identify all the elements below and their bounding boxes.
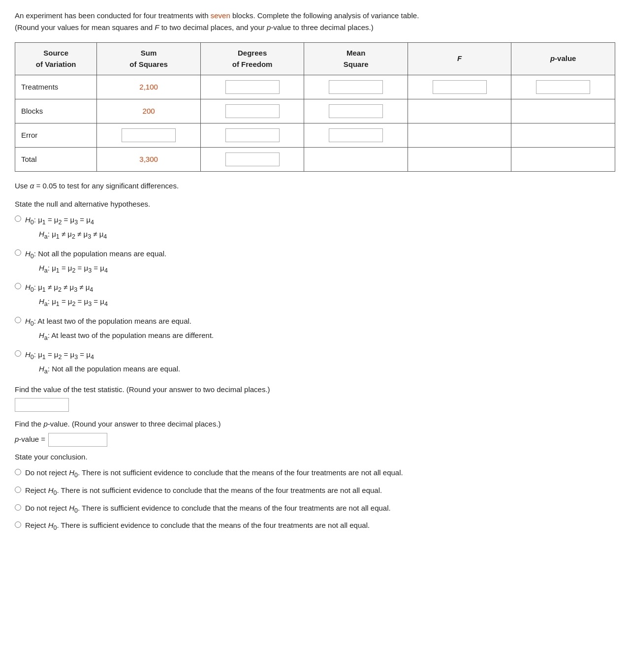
pvalue-row: p-value =	[15, 433, 615, 447]
hypothesis-option-1: H0: μ1 = μ2 = μ3 = μ4 Ha: μ1 ≠ μ2 ≠ μ3 ≠…	[15, 214, 615, 243]
pval-total-cell	[511, 148, 615, 172]
pval-treatments-input[interactable]	[536, 80, 590, 94]
mean-sq-treatments-cell	[304, 75, 408, 99]
sum-sq-error-cell	[97, 123, 201, 148]
mean-sq-error-cell	[304, 123, 408, 148]
hypothesis-text-5: H0: μ1 = μ2 = μ3 = μ4 Ha: Not all the po…	[25, 348, 180, 377]
table-row-total: Total 3,300	[15, 148, 615, 172]
conclusion-title: State your conclusion.	[15, 452, 615, 463]
hypothesis-text-3: H0: μ1 ≠ μ2 ≠ μ3 ≠ μ4 Ha: μ1 = μ2 = μ3 =…	[25, 281, 108, 310]
col-header-sum-sq: Sumof Squares	[97, 43, 201, 75]
anova-table: Sourceof Variation Sumof Squares Degrees…	[15, 42, 615, 172]
col-header-df: Degreesof Freedom	[200, 43, 304, 75]
hypothesis-option-4: H0: At least two of the population means…	[15, 315, 615, 344]
hypothesis-radio-1[interactable]	[15, 215, 21, 222]
f-error-cell	[408, 123, 511, 148]
intro-paragraph: An experiment has been conducted for fou…	[15, 10, 615, 33]
label-error: Error	[15, 123, 97, 148]
hypothesis-radio-3[interactable]	[15, 283, 21, 289]
mean-sq-blocks-cell	[304, 99, 408, 123]
pval-blocks-cell	[511, 99, 615, 123]
df-blocks-cell	[200, 99, 304, 123]
f-treatments-cell	[408, 75, 511, 99]
hypotheses-title: State the null and alternative hypothese…	[15, 199, 615, 210]
table-row-blocks: Blocks 200	[15, 99, 615, 123]
f-blocks-cell	[408, 99, 511, 123]
hypothesis-text-2: H0: Not all the population means are equ…	[25, 247, 166, 276]
f-treatments-input[interactable]	[433, 80, 487, 94]
conclusion-option-4: Reject H0. There is sufficient evidence …	[15, 520, 615, 533]
df-treatments-input[interactable]	[225, 80, 280, 94]
label-total: Total	[15, 148, 97, 172]
pvalue-prefix-label: p-value =	[15, 434, 45, 445]
mean-sq-error-input[interactable]	[329, 128, 383, 142]
df-total-cell	[200, 148, 304, 172]
mean-sq-treatments-input[interactable]	[329, 80, 383, 94]
f-total-cell	[408, 148, 511, 172]
conclusion-radio-2[interactable]	[15, 487, 21, 493]
intro-rounding-note: (Round your values for mean squares and …	[15, 23, 374, 31]
df-error-cell	[200, 123, 304, 148]
hypothesis-radio-5[interactable]	[15, 350, 21, 357]
hypothesis-option-2: H0: Not all the population means are equ…	[15, 247, 615, 276]
df-error-input[interactable]	[225, 128, 280, 142]
label-blocks: Blocks	[15, 99, 97, 123]
df-treatments-cell	[200, 75, 304, 99]
intro-text-before: An experiment has been conducted for fou…	[15, 11, 211, 20]
pval-error-cell	[511, 123, 615, 148]
hypothesis-radio-2[interactable]	[15, 249, 21, 256]
pval-treatments-cell	[511, 75, 615, 99]
find-pvalue-label: Find the p-value. (Round your answer to …	[15, 419, 615, 430]
hypothesis-radio-4[interactable]	[15, 317, 21, 323]
conclusion-option-2: Reject H0. There is not sufficient evide…	[15, 485, 615, 498]
col-header-pvalue: p-value	[511, 43, 615, 75]
test-statistic-input[interactable]	[15, 398, 69, 412]
df-blocks-input[interactable]	[225, 104, 280, 118]
df-total-input[interactable]	[225, 153, 280, 166]
pvalue-input[interactable]	[48, 433, 107, 447]
label-treatments: Treatments	[15, 75, 97, 99]
sum-sq-error-input[interactable]	[122, 128, 176, 142]
col-header-mean-sq: MeanSquare	[304, 43, 408, 75]
mean-sq-total-cell	[304, 148, 408, 172]
sum-sq-blocks: 200	[97, 99, 201, 123]
col-header-f: F	[408, 43, 511, 75]
table-row-error: Error	[15, 123, 615, 148]
alpha-statement: Use α = 0.05 to test for any significant…	[15, 181, 615, 192]
table-row-treatments: Treatments 2,100	[15, 75, 615, 99]
conclusion-radio-1[interactable]	[15, 469, 21, 475]
sum-sq-total: 3,300	[97, 148, 201, 172]
hypothesis-option-5: H0: μ1 = μ2 = μ3 = μ4 Ha: Not all the po…	[15, 348, 615, 377]
mean-sq-blocks-input[interactable]	[329, 104, 383, 118]
conclusion-radio-4[interactable]	[15, 521, 21, 528]
conclusion-option-1: Do not reject H0. There is not sufficien…	[15, 467, 615, 480]
hypothesis-text-4: H0: At least two of the population means…	[25, 315, 214, 344]
conclusion-option-3: Do not reject H0. There is sufficient ev…	[15, 503, 615, 516]
hypothesis-text-1: H0: μ1 = μ2 = μ3 = μ4 Ha: μ1 ≠ μ2 ≠ μ3 ≠…	[25, 214, 107, 243]
sum-sq-treatments: 2,100	[97, 75, 201, 99]
conclusion-section: Do not reject H0. There is not sufficien…	[15, 467, 615, 533]
highlight-seven: seven	[211, 11, 230, 20]
hypothesis-option-3: H0: μ1 ≠ μ2 ≠ μ3 ≠ μ4 Ha: μ1 = μ2 = μ3 =…	[15, 281, 615, 310]
intro-text-after: blocks. Complete the following analysis …	[230, 11, 419, 20]
find-statistic-label: Find the value of the test statistic. (R…	[15, 384, 615, 396]
conclusion-radio-3[interactable]	[15, 504, 21, 511]
col-header-source: Sourceof Variation	[15, 43, 97, 75]
